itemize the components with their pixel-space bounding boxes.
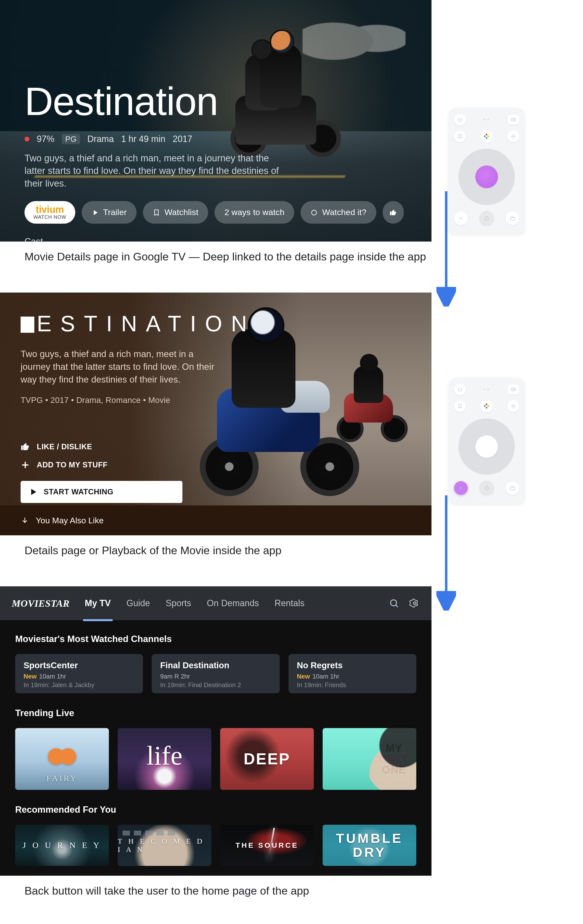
caption-3: Back button will take the user to the ho… [0,876,431,897]
settings-button[interactable] [507,130,519,142]
new-badge: New [297,673,310,680]
svg-point-9 [513,405,514,407]
home-button[interactable] [479,481,494,495]
home-button[interactable] [479,211,494,226]
power-button[interactable] [454,383,466,395]
channel-card-1[interactable]: Final Destination 9am R 2hr In 19min: Fi… [152,654,280,693]
bookmark-button[interactable] [454,400,466,412]
card-time: 9am R 2hr [160,673,190,680]
tile-label: MY ONLY ONE [379,743,409,775]
genre-label: Drama [87,134,114,144]
feedback-button[interactable] [383,201,404,224]
svg-point-2 [413,602,416,605]
trailer-button[interactable]: Trailer [82,201,137,224]
top-nav: MOVIESTAR My TV Guide Sports On Demands … [0,586,431,620]
tab-guide[interactable]: Guide [126,595,150,611]
svg-point-0 [311,210,316,215]
app-movie-description: Two guys, a thief and a rich man, meet i… [21,348,217,386]
input-button[interactable] [507,115,519,125]
like-dislike-button[interactable]: LIKE / DISLIKE [21,442,431,452]
movie-description: Two guys, a thief and a rich man, meet i… [25,152,280,190]
remote-mockup-2 [449,378,525,504]
start-watching-button[interactable]: START WATCHING [21,481,183,503]
assistant-icon [484,134,489,139]
live-tv-button[interactable] [506,211,519,225]
provider-brand: tivium [36,205,64,214]
circle-icon [310,209,318,216]
settings-gear-icon[interactable] [409,598,420,609]
card-time: 10am 1hr [312,673,339,680]
section-heading-trending: Trending Live [15,708,416,718]
rating-percent: 97% [37,134,54,144]
ways-to-watch-button[interactable]: 2 ways to watch [214,201,294,224]
trailer-label: Trailer [103,208,127,217]
channel-card-0[interactable]: SportsCenter New10am 1hr In 19min: Jalen… [15,654,143,693]
tile-deep[interactable]: DEEP [220,728,314,790]
card-next: In 19min: Jalen & Jackby [23,681,135,689]
tab-sports[interactable]: Sports [165,595,192,611]
dpad[interactable] [458,418,515,475]
watch-now-primary-button[interactable]: tivium WATCH NOW [25,201,75,224]
you-may-also-like-row[interactable]: You May Also Like [0,505,431,535]
play-icon [91,209,99,216]
watched-it-button[interactable]: Watched it? [301,201,376,224]
tile-label: J O U R N E Y [15,825,109,866]
ways-label: 2 ways to watch [224,208,284,217]
tab-my-tv[interactable]: My TV [84,595,111,611]
tile-life[interactable]: life [118,728,211,790]
tab-on-demands[interactable]: On Demands [206,595,259,611]
power-button[interactable] [454,114,466,125]
watched-label: Watched it? [322,208,366,217]
card-title: SportsCenter [23,660,135,670]
tomato-dot-icon [25,137,30,142]
footer-label: You May Also Like [36,516,104,525]
movie-title: Destination [25,79,431,124]
arrow-down-icon [21,516,29,525]
tile-fairy[interactable]: FAIRY [15,728,109,790]
flow-arrow-2 [436,495,456,610]
bookmark-icon [153,209,160,216]
tile-journey[interactable]: J O U R N E Y [15,825,109,866]
assistant-button[interactable] [480,130,493,143]
mic-dots-icon [484,118,489,122]
svg-point-6 [513,135,514,137]
watchlist-button[interactable]: Watchlist [143,201,208,224]
card-next: In 19min: Friends [297,681,408,689]
channel-card-2[interactable]: No Regrets New10am 1hr In 19min: Friends [288,654,416,693]
app-movie-title: ESTINATION [21,311,431,337]
dpad-select[interactable] [475,435,498,458]
caption-1: Movie Details page in Google TV — Deep l… [0,241,431,263]
card-title: No Regrets [297,660,408,670]
tile-source[interactable]: THE SOURCE [220,825,314,866]
add-to-my-stuff-button[interactable]: ADD TO MY STUFF [21,460,431,470]
tab-rentals[interactable]: Rentals [274,595,305,611]
card-next: In 19min: Final Destination 2 [160,681,271,689]
tile-tumble-dry[interactable]: TUMBLE DRY [323,825,416,866]
back-button-highlight[interactable] [454,481,468,495]
search-icon[interactable] [389,598,399,609]
bookmark-button[interactable] [454,130,466,142]
dpad-select-highlight[interactable] [475,165,498,188]
svg-rect-7 [511,217,515,220]
tile-label: DEEP [220,728,314,790]
start-label: START WATCHING [44,487,114,496]
title-lead-block [21,317,34,333]
play-icon [29,488,37,496]
dpad[interactable] [458,148,515,205]
tile-label: T H E C O M E D I A N [118,825,211,866]
assistant-button[interactable] [480,400,493,412]
nav-tabs: My TV Guide Sports On Demands Rentals [84,595,305,611]
mic-dots-icon [484,388,489,391]
tile-comedian[interactable]: T H E C O M E D I A N [118,825,211,866]
tile-label: life [118,728,211,786]
content-rating-badge: PG [62,134,80,144]
app-movie-details: ESTINATION Two guys, a thief and a rich … [0,292,431,535]
tile-my-only-one[interactable]: MY ONLY ONE [323,728,416,790]
new-badge: New [23,673,36,680]
back-button[interactable] [454,211,468,225]
input-button[interactable] [507,384,519,394]
plus-icon [21,460,30,470]
live-tv-button[interactable] [506,481,519,495]
settings-button[interactable] [507,400,519,412]
section-heading-recommended: Recommended For You [15,805,416,815]
